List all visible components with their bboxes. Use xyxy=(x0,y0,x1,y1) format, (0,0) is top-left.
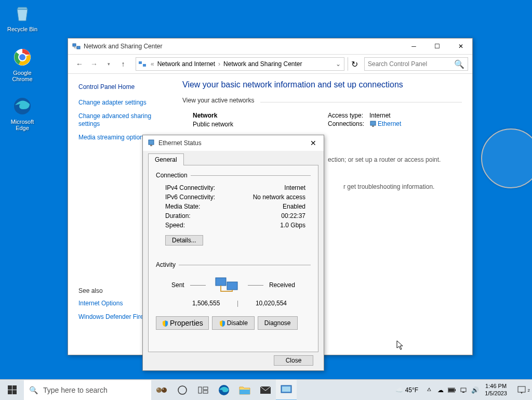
page-heading: View your basic network information and … xyxy=(182,80,462,89)
weather-temp: 45°F xyxy=(405,386,418,394)
diagnose-button[interactable]: Diagnose xyxy=(258,316,298,330)
ipv6-value: No network access xyxy=(253,193,305,201)
received-label: Received xyxy=(269,281,295,289)
ipv6-label: IPv6 Connectivity: xyxy=(165,193,215,201)
ethernet-icon xyxy=(369,120,377,129)
taskbar-search[interactable]: 🔍 Type here to search xyxy=(24,380,151,400)
cortana-icon[interactable] xyxy=(172,380,193,401)
search-box[interactable]: 🔍 xyxy=(364,57,468,71)
weather-widget[interactable]: ☁️ 45°F xyxy=(390,386,423,394)
recycle-bin-icon xyxy=(12,3,33,24)
svg-point-1 xyxy=(19,54,26,61)
close-dialog-button[interactable]: Close xyxy=(274,355,313,366)
file-explorer-icon[interactable] xyxy=(234,380,255,401)
recent-dropdown-icon[interactable]: ▾ xyxy=(102,58,115,70)
tab-general[interactable]: General xyxy=(148,153,184,165)
start-button[interactable] xyxy=(0,380,24,401)
desktop-icon-chrome[interactable]: Google Chrome xyxy=(4,47,41,82)
titlebar[interactable]: Ethernet Status ✕ xyxy=(143,135,324,151)
network-tray-icon[interactable] xyxy=(458,386,469,394)
svg-rect-12 xyxy=(227,282,237,290)
speed-label: Speed: xyxy=(165,222,185,229)
svg-rect-3 xyxy=(73,44,76,46)
details-button[interactable]: Details... xyxy=(165,235,203,246)
network-center-icon xyxy=(138,60,147,68)
partial-text: r get troubleshooting information. xyxy=(343,183,462,190)
ipv4-value: Internet xyxy=(284,184,305,191)
svg-rect-35 xyxy=(518,386,525,392)
breadcrumb-segment[interactable]: Network and Sharing Center xyxy=(222,60,303,68)
access-type-label: Access type: xyxy=(328,112,369,119)
close-button[interactable]: ✕ xyxy=(449,39,472,54)
sent-value: 1,506,555 xyxy=(192,300,220,307)
back-button[interactable]: ← xyxy=(73,58,86,70)
svg-rect-29 xyxy=(282,386,290,392)
connection-group-label: Connection xyxy=(156,172,188,179)
svg-rect-6 xyxy=(143,64,146,67)
chevron-right-icon: › xyxy=(216,60,222,68)
search-icon[interactable]: 🔍 xyxy=(454,59,464,69)
taskbar-widget-icon[interactable] xyxy=(151,380,172,401)
control-panel-home-link[interactable]: Control Panel Home xyxy=(78,83,172,91)
svg-rect-10 xyxy=(150,145,152,146)
shield-icon xyxy=(162,320,169,327)
up-button[interactable]: ↑ xyxy=(117,58,129,70)
maximize-button[interactable]: ☐ xyxy=(425,39,449,54)
svg-rect-16 xyxy=(12,390,17,394)
svg-rect-4 xyxy=(77,46,80,49)
edge-icon xyxy=(12,96,33,117)
desktop-icon-label: Microsoft Edge xyxy=(4,119,41,131)
battery-icon[interactable] xyxy=(446,388,458,393)
date: 1/5/2023 xyxy=(485,390,507,397)
edge-taskbar-icon[interactable] xyxy=(214,380,234,401)
minimize-button[interactable]: ─ xyxy=(402,39,425,54)
svg-rect-7 xyxy=(370,121,376,125)
properties-button[interactable]: Properties xyxy=(156,316,209,330)
control-panel-taskbar-icon[interactable] xyxy=(276,380,297,401)
svg-rect-14 xyxy=(12,385,17,390)
clock[interactable]: 1:46 PM 1/5/2023 xyxy=(481,383,511,396)
svg-rect-23 xyxy=(203,387,208,390)
search-input[interactable] xyxy=(368,60,454,68)
sidebar-link-adapter[interactable]: Change adapter settings xyxy=(78,99,172,107)
chevron-icon: « xyxy=(149,60,156,68)
duration-value: 00:22:37 xyxy=(281,212,305,220)
duration-label: Duration: xyxy=(165,212,191,220)
forward-button[interactable]: → xyxy=(88,58,100,70)
dialog-title: Ethernet Status xyxy=(158,139,303,147)
breadcrumb[interactable]: « Network and Internet › Network and Sha… xyxy=(136,57,344,71)
chrome-icon xyxy=(12,47,33,68)
nav-toolbar: ← → ▾ ↑ « Network and Internet › Network… xyxy=(68,54,472,74)
dropdown-icon[interactable]: ⌄ xyxy=(335,60,342,68)
shield-icon xyxy=(219,320,226,327)
disable-button[interactable]: Disable xyxy=(212,316,255,330)
ethernet-link[interactable]: Ethernet xyxy=(378,120,401,129)
search-placeholder: Type here to search xyxy=(43,386,108,394)
svg-point-17 xyxy=(156,388,162,393)
desktop-icon-edge[interactable]: Microsoft Edge xyxy=(4,96,41,131)
close-button[interactable]: ✕ xyxy=(303,136,324,150)
svg-point-18 xyxy=(162,388,167,393)
tray-expand-icon[interactable]: ㅿ xyxy=(423,385,435,394)
breadcrumb-segment[interactable]: Network and Internet xyxy=(156,60,216,68)
refresh-button[interactable]: ↻ xyxy=(348,57,361,71)
window-title: Network and Sharing Center xyxy=(84,43,402,50)
sidebar-link-sharing[interactable]: Change advanced sharing settings xyxy=(78,112,172,128)
ethernet-icon xyxy=(147,139,155,147)
svg-rect-26 xyxy=(240,390,250,394)
titlebar[interactable]: Network and Sharing Center ─ ☐ ✕ xyxy=(68,38,472,54)
desktop-icon-recycle-bin[interactable]: Recycle Bin xyxy=(4,3,41,32)
media-state-label: Media State: xyxy=(165,203,200,210)
task-view-icon[interactable] xyxy=(193,380,214,401)
svg-rect-32 xyxy=(448,389,454,392)
notifications-icon[interactable]: 2 xyxy=(511,385,532,395)
onedrive-icon[interactable]: ☁ xyxy=(435,386,446,394)
weather-icon: ☁️ xyxy=(395,386,403,394)
activity-icon xyxy=(211,276,242,294)
svg-rect-13 xyxy=(8,385,12,390)
volume-icon[interactable]: 🔊 xyxy=(469,386,481,394)
received-value: 10,020,554 xyxy=(256,300,287,307)
mail-icon[interactable] xyxy=(255,380,276,401)
svg-rect-33 xyxy=(461,388,466,392)
access-type-value: Internet xyxy=(369,112,391,119)
